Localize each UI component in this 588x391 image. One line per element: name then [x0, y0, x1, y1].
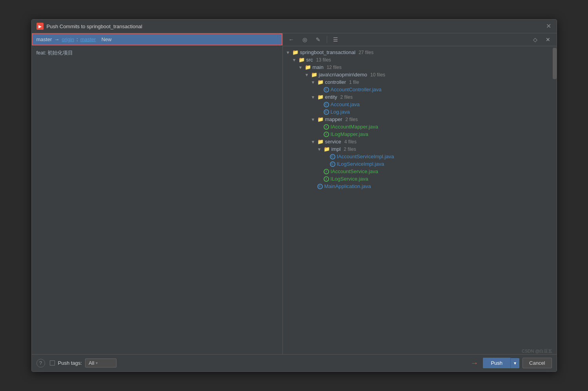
entity-folder-label: entity	[325, 94, 337, 100]
class-icon: C	[324, 109, 329, 115]
tree-controller[interactable]: ▼ 📁 controller 1 file	[283, 78, 553, 86]
tree-iaccount-service[interactable]: ▼ I IAccountService.java	[283, 168, 553, 175]
title-close-button[interactable]: ✕	[546, 23, 552, 29]
push-dropdown-button[interactable]: ▾	[511, 358, 519, 368]
root-file-count: 27 files	[359, 50, 373, 55]
tree-main-application[interactable]: ▼ C MainApplication.java	[283, 183, 553, 190]
title-bar-left: ▶ Push Commits to springboot_transaction…	[36, 23, 142, 30]
tree-ilog-mapper[interactable]: ▼ I ILogMapper.java	[283, 130, 553, 138]
ilog-mapper-label: ILogMapper.java	[331, 131, 368, 137]
tree-root[interactable]: ▼ 📁 springboot_transactional 27 files	[283, 49, 553, 56]
folder-icon: 📁	[317, 79, 324, 85]
file-tree: ▼ 📁 springboot_transactional 27 files ▼ …	[283, 46, 553, 354]
folder-icon: 📁	[317, 116, 324, 122]
branch-target-link[interactable]: master	[80, 36, 96, 42]
app-icon: ▶	[36, 23, 44, 30]
tree-entity[interactable]: ▼ 📁 entity 2 files	[283, 93, 553, 101]
chevron-down-icon: ▼	[305, 72, 309, 77]
folder-icon: 📁	[317, 94, 324, 100]
tree-iaccount-service-impl[interactable]: ▼ C IAccountServiceImpl.java	[283, 153, 553, 160]
help-button[interactable]: ?	[36, 359, 45, 367]
push-btn-group: Push ▾	[483, 358, 519, 368]
class-icon: C	[317, 184, 323, 189]
class-icon: C	[324, 102, 329, 107]
iaccount-service-label: IAccountService.java	[331, 168, 378, 174]
service-file-count: 4 files	[344, 139, 357, 145]
commit-list: feat: 初始化项目	[32, 45, 282, 354]
push-tags-label: Push tags:	[58, 360, 82, 366]
main-content: master → origin : master New feat: 初始化项目…	[32, 33, 557, 354]
controller-folder-label: controller	[325, 79, 346, 85]
branch-arrow: →	[54, 36, 59, 42]
log-label: Log.java	[331, 109, 350, 115]
push-dialog: ▶ Push Commits to springboot_transaction…	[31, 19, 557, 372]
chevron-down-icon: ▾	[96, 361, 98, 365]
mapper-file-count: 2 files	[346, 117, 358, 122]
interface-icon: I	[324, 132, 329, 137]
folder-icon: 📁	[317, 139, 324, 145]
dialog-title: Push Commits to springboot_transactional	[47, 24, 142, 29]
tree-src[interactable]: ▼ 📁 src 13 files	[283, 56, 553, 63]
new-badge: New	[101, 36, 111, 42]
interface-icon: I	[324, 169, 329, 174]
chevron-down-icon: ▼	[299, 65, 303, 70]
toolbar-separator	[327, 36, 327, 43]
tree-account-controller[interactable]: ▼ C AccountController.java	[283, 86, 553, 93]
main-application-label: MainApplication.java	[324, 183, 371, 189]
push-tags-dropdown[interactable]: All ▾	[85, 358, 117, 367]
push-button[interactable]: Push	[483, 358, 511, 368]
tree-log[interactable]: ▼ C Log.java	[283, 108, 553, 116]
title-bar: ▶ Push Commits to springboot_transaction…	[32, 20, 557, 33]
chevron-down-icon: ▼	[311, 139, 316, 144]
push-label: Push	[491, 360, 502, 366]
src-folder-label: src	[306, 57, 313, 63]
folder-icon: 📁	[311, 72, 317, 78]
right-toolbar: ← ◎ ✎ ☰ ◇ ✕	[283, 33, 557, 46]
dropdown-value: All	[89, 360, 94, 366]
class-icon: C	[330, 154, 335, 159]
expand-button[interactable]: ◇	[530, 35, 541, 44]
eye-button[interactable]: ◎	[299, 35, 310, 44]
demo-folder-label: java\cn\aopmin\demo	[319, 72, 368, 78]
service-folder-label: service	[325, 139, 341, 145]
interface-icon: I	[324, 124, 329, 130]
bottom-bar: ? Push tags: All ▾ → Push ▾ Cancel	[32, 354, 557, 371]
branch-bar[interactable]: master → origin : master New	[32, 33, 282, 45]
chevron-down-icon: ▼	[317, 147, 322, 152]
tree-main[interactable]: ▼ 📁 main 12 files	[283, 63, 553, 71]
mapper-folder-label: mapper	[325, 116, 342, 122]
folder-icon: 📁	[305, 64, 311, 70]
right-scrollbar[interactable]	[553, 46, 557, 354]
controller-file-count: 1 file	[349, 80, 359, 85]
tree-service[interactable]: ▼ 📁 service 4 files	[283, 138, 553, 145]
bottom-right: → Push ▾ Cancel	[470, 358, 552, 368]
branch-origin-link[interactable]: origin	[62, 36, 74, 42]
tree-ilog-service-impl[interactable]: ▼ C ILogServiceImpl.java	[283, 160, 553, 168]
folder-icon: 📁	[292, 49, 299, 55]
tree-java-demo[interactable]: ▼ 📁 java\cn\aopmin\demo 10 files	[283, 71, 553, 78]
branch-source: master	[36, 36, 52, 42]
tree-mapper[interactable]: ▼ 📁 mapper 2 files	[283, 116, 553, 123]
folder-icon: 📁	[324, 146, 330, 152]
tree-ilog-service[interactable]: ▼ I ILogService.java	[283, 175, 553, 183]
right-panel: ← ◎ ✎ ☰ ◇ ✕ ▼ 📁 springboot_t	[283, 33, 557, 354]
push-tags-checkbox[interactable]	[50, 360, 55, 366]
main-file-count: 12 files	[327, 65, 342, 70]
right-close-button[interactable]: ✕	[542, 35, 553, 44]
cancel-button[interactable]: Cancel	[522, 358, 552, 368]
chevron-down-icon: ▼	[286, 50, 291, 55]
push-arrow-icon: →	[470, 358, 478, 367]
watermark: CSDN @白豆五	[522, 348, 552, 354]
class-icon: C	[324, 87, 329, 92]
tree-iaccount-mapper[interactable]: ▼ I IAccountMapper.java	[283, 123, 553, 130]
tree-impl[interactable]: ▼ 📁 impl 2 files	[283, 145, 553, 153]
bottom-left: ? Push tags: All ▾	[36, 358, 117, 367]
edit-button[interactable]: ✎	[313, 35, 324, 44]
list-button[interactable]: ☰	[330, 35, 341, 44]
impl-folder-label: impl	[331, 146, 341, 152]
back-button[interactable]: ←	[286, 35, 297, 44]
commit-item[interactable]: feat: 初始化项目	[36, 48, 279, 58]
right-toolbar-left: ← ◎ ✎ ☰	[286, 35, 341, 44]
account-controller-label: AccountController.java	[331, 87, 382, 92]
tree-account[interactable]: ▼ C Account.java	[283, 101, 553, 108]
